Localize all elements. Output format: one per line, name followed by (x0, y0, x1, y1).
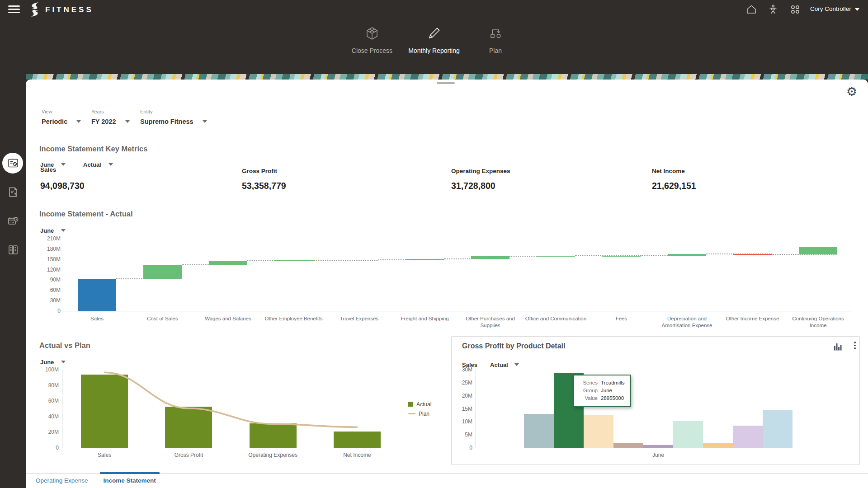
tooltip-series-label: Series (579, 379, 598, 387)
key-metrics-title: Income Statement Key Metrics (39, 145, 147, 153)
filter-view-select[interactable]: Periodic (42, 118, 81, 125)
x-axis-label: Sales (68, 452, 141, 459)
legend-swatch-actual (408, 402, 413, 407)
filter-years-select[interactable]: FY 2022 (91, 118, 130, 125)
y-tick-label: 15M (451, 406, 472, 412)
waterfall-bar[interactable] (340, 260, 378, 261)
metric-label-gross-profit: Gross Profit (242, 168, 277, 174)
y-tick-label: 10M (451, 418, 472, 425)
filter-entity-select[interactable]: Supremo Fitness (140, 118, 207, 125)
metric-label-sales: Sales (40, 166, 56, 173)
key-metrics-scenario-select[interactable]: Actual (83, 161, 113, 168)
gross-profit-scenario-select[interactable]: Actual (490, 361, 519, 368)
product-bar[interactable] (733, 426, 763, 448)
y-tick-label: 40M (37, 413, 59, 420)
waterfall-chart: 030M60M90M120M150M180M210MSalesCost of S… (64, 239, 850, 311)
kebab-menu-icon[interactable] (852, 342, 858, 351)
active-tab-indicator (100, 472, 160, 474)
chart-legend: ActualPlan (408, 399, 431, 418)
y-tick-label: 0 (39, 308, 61, 314)
epm-dashboard-page: FITNESS Cory Controller (0, 0, 868, 488)
waterfall-bar[interactable] (733, 254, 772, 255)
x-axis-label: Travel Expenses (328, 315, 391, 322)
period-value: June (40, 359, 54, 366)
y-tick-label: 20M (37, 429, 59, 435)
x-axis-label: Depreciation and Amortisation Expense (656, 315, 719, 329)
x-axis-label: Fees (590, 315, 653, 322)
waterfall-bar[interactable] (799, 247, 837, 254)
product-bar[interactable] (763, 410, 793, 448)
chevron-down-icon (61, 361, 66, 363)
metric-value-net-income: 21,629,151 (652, 181, 696, 191)
legend-label: Actual (416, 401, 431, 408)
y-tick-label: 100M (37, 366, 59, 373)
product-bar[interactable] (643, 445, 673, 448)
waterfall-period-select[interactable]: June (40, 227, 66, 234)
x-axis-label: Gross Profit (152, 452, 225, 459)
chart-type-icon[interactable] (833, 342, 842, 351)
x-axis-label: Operating Expenses (237, 452, 309, 459)
y-tick-label: 60M (37, 398, 59, 404)
legend-line-plan (408, 413, 415, 415)
tab-label: Operating Expense (36, 477, 88, 484)
waterfall-bar[interactable] (602, 256, 641, 257)
waterfall-title: Income Statement - Actual (39, 210, 133, 218)
metric-label-operating-expenses: Operating Expenses (451, 168, 510, 174)
x-axis-label: Freight and Shipping (393, 315, 457, 322)
x-axis-label: Other Income Expense (721, 315, 784, 322)
divider (26, 106, 868, 106)
y-tick-label: 90M (39, 277, 61, 283)
tooltip-group-label: Group (579, 387, 598, 394)
waterfall-bar[interactable] (537, 256, 575, 257)
chevron-down-icon (61, 163, 66, 166)
y-tick-label: 60M (39, 287, 61, 293)
tab-label: Income Statement (104, 477, 156, 484)
waterfall-bar[interactable] (274, 260, 313, 261)
product-bar[interactable] (613, 443, 643, 448)
filter-years-value: FY 2022 (91, 118, 116, 125)
tooltip-value-value: 28955000 (601, 394, 625, 402)
plan-line[interactable] (62, 368, 399, 450)
filter-view-value: Periodic (42, 118, 67, 125)
settings-gear-icon[interactable]: ⚙ (846, 86, 857, 98)
metric-value-operating-expenses: 31,728,800 (451, 181, 495, 191)
bottom-tab-bar: Operating Expense Income Statement (26, 473, 868, 484)
chevron-down-icon (125, 120, 130, 123)
legend-item: Actual (408, 399, 431, 409)
product-bar[interactable] (673, 421, 703, 448)
y-tick-label: 25M (451, 380, 472, 386)
legend-label: Plan (419, 411, 429, 417)
x-axis-label: Other Employee Benefits (262, 315, 326, 322)
y-tick-label: 5M (451, 432, 472, 438)
gross-profit-panel-title: Gross Profit by Product Detail (462, 342, 565, 350)
gross-profit-chart: 05M10M15M20M25M30MJune (476, 370, 853, 448)
waterfall-bar[interactable] (471, 256, 509, 259)
waterfall-bar[interactable] (78, 279, 116, 311)
chart-tooltip: SeriesTreadmills GroupJune Value28955000 (573, 375, 631, 407)
y-tick-label: 0 (37, 445, 59, 451)
x-axis-label: Continuing Operations Income (787, 315, 850, 329)
filter-label-years: Years (91, 109, 104, 114)
waterfall-bar[interactable] (143, 265, 182, 279)
scenario-value: Actual (83, 161, 101, 168)
actual-vs-plan-period-select[interactable]: June (40, 359, 66, 366)
tab-income-statement[interactable]: Income Statement (103, 474, 157, 484)
x-axis-label: Sales (66, 315, 129, 322)
tooltip-value-label: Value (579, 394, 598, 402)
sheet-drag-handle[interactable] (437, 82, 455, 84)
filter-label-entity: Entity (140, 109, 153, 114)
y-tick-label: 0 (451, 445, 472, 451)
filter-label-view: View (42, 109, 52, 114)
dashboard-content: ⚙ View Periodic Years FY 2022 Entity Sup… (0, 0, 868, 488)
y-tick-label: 210M (39, 235, 61, 242)
product-bar[interactable] (584, 415, 613, 448)
waterfall-bar[interactable] (668, 254, 706, 256)
waterfall-bar[interactable] (406, 259, 444, 260)
tab-operating-expense[interactable]: Operating Expense (35, 474, 89, 484)
product-bar[interactable] (524, 414, 554, 448)
period-value: June (40, 227, 54, 234)
product-bar[interactable] (703, 443, 733, 448)
scenario-value: Actual (490, 361, 508, 368)
waterfall-bar[interactable] (209, 261, 247, 265)
chevron-down-icon (61, 229, 66, 232)
